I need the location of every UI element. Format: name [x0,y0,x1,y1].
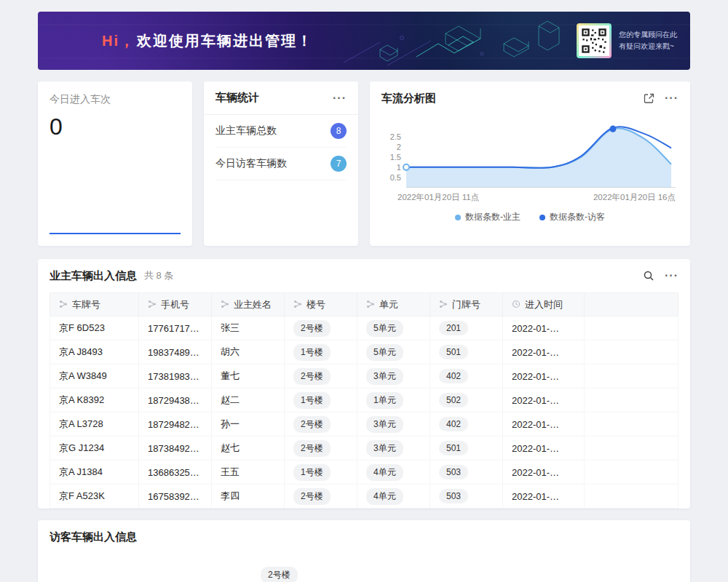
table-row[interactable]: 京F 6D52317761717…张三2号楼5单元2012022-01-… [50,316,678,340]
legend-label: 数据条数-业主 [465,211,521,223]
column-header[interactable]: 进入时间 [503,293,585,316]
table-cell: 4单元 [357,485,430,509]
table-cell: 1号楼 [285,340,357,364]
column-header[interactable]: 门牌号 [430,293,503,316]
stats-row: 业主车辆总数8 [215,115,347,148]
tag: 503 [439,489,468,503]
table-cell: 2022-01-… [503,461,585,485]
tag: 402 [439,369,468,383]
table-cell: 18729438… [139,388,212,412]
column-header-label: 楼号 [306,299,325,310]
banner-consultant-area: 您的专属顾问在此 有疑问欢迎来戳~ [577,23,677,58]
table-cell: 李四 [212,485,285,509]
column-header[interactable]: 手机号 [139,293,212,316]
table-cell: 2022-01-… [503,340,585,364]
table-cell: 1单元 [357,388,430,412]
tag: 2号楼 [293,488,331,505]
count-badge: 7 [331,156,347,172]
legend-item[interactable]: 数据条数-访客 [539,211,605,223]
tag: 1号楼 [293,392,331,409]
table-cell: 2号楼 [285,412,357,436]
dashboard-page: Hi，欢迎使用车辆进出管理！ [0,0,728,582]
table-row[interactable]: 京A W384917381983…董七2号楼3单元4022022-01-… [50,364,678,388]
table-row[interactable]: 京F A523K16758392…李四2号楼4单元5032022-01-… [50,485,678,509]
table-cell [585,316,678,340]
table-cell [585,461,678,485]
traffic-chart-title: 车流分析图 [381,92,436,105]
table-cell: 孙一 [212,412,285,436]
table-row[interactable]: 京A J138413686325…王五1号楼4单元5032022-01-… [50,461,678,485]
table-cell: 1号楼 [285,461,357,485]
table-cell: 京G J1234 [50,436,139,461]
svg-text:1.5: 1.5 [390,153,401,162]
more-icon[interactable]: ··· [665,92,678,104]
table-cell: 京A K8392 [50,388,139,412]
table-cell: 2号楼 [285,316,357,340]
traffic-chart-card: 车流分析图 ··· 0.511.522.52022年01月20日 11点2022… [370,81,690,246]
table-cell: 18729482… [139,412,212,436]
tag: 1单元 [366,392,403,409]
tag: 4单元 [366,488,403,505]
table-cell: 张三 [212,316,285,340]
svg-text:2: 2 [397,143,401,151]
tag: 501 [439,441,468,455]
banner-title: Hi，欢迎使用车辆进出管理！ [102,31,313,51]
more-icon[interactable]: ··· [333,92,347,104]
svg-text:0.5: 0.5 [390,173,401,182]
traffic-chart-header: 车流分析图 ··· [370,81,690,115]
svg-text:1: 1 [397,163,401,172]
search-icon[interactable] [643,270,654,282]
tag: 1号楼 [293,464,331,481]
tag: 2号楼 [261,567,298,582]
table-cell: 3单元 [357,436,430,461]
qr-caption-line2: 有疑问欢迎来戳~ [619,41,677,52]
more-icon[interactable]: ··· [665,270,678,282]
table-cell: 2号楼 [285,364,357,388]
column-header-label: 业主姓名 [234,299,272,310]
table-row[interactable]: 京G J123418738492…赵七2号楼3单元5012022-01-… [50,436,678,461]
table-cell: 201 [430,316,503,340]
table-cell [585,436,678,461]
column-header-label: 进入时间 [525,299,563,310]
table-cell: 京A J1384 [50,461,139,485]
table-cell: 2022-01-… [503,412,585,436]
vehicle-stats-header: 车辆统计 ··· [204,81,358,115]
visitor-table-title: 访客车辆出入信息 [50,530,137,544]
column-header-label: 单元 [379,299,398,310]
table-cell: 赵七 [212,436,285,461]
table-cell [585,412,678,436]
legend-dot [539,215,545,220]
table-cell: 京F 6D523 [50,316,139,340]
table-cell: 13686325… [139,461,212,485]
column-header[interactable]: 车牌号 [50,293,139,316]
table-cell: 18738492… [139,436,212,461]
table-cell [585,340,678,364]
column-header[interactable]: 楼号 [285,293,357,316]
stats-row: 今日访客车辆数7 [215,148,347,180]
table-cell: 2022-01-… [503,485,585,509]
export-icon[interactable] [644,93,654,104]
chart-legend: 数据条数-业主数据条数-访客 [370,211,690,223]
table-row[interactable]: 京A L372818729482…孙一2号楼3单元4022022-01-… [50,412,678,436]
table-cell: 赵二 [212,388,285,412]
tag: 2号楼 [293,368,331,385]
column-header[interactable]: 业主姓名 [212,293,285,316]
table-cell: 胡六 [212,340,285,364]
table-cell: 2022-01-… [503,436,585,461]
column-header-label: 车牌号 [72,299,100,310]
column-header [585,293,678,316]
table-cell: 402 [430,412,503,436]
table-cell: 3单元 [357,364,430,388]
table-row[interactable]: 京A J849319837489…胡六1号楼5单元5012022-01-… [50,340,678,364]
qr-caption-line1: 您的专属顾问在此 [619,29,677,41]
table-row[interactable]: 京A K839218729438…赵二1号楼1单元5022022-01-… [50,388,678,412]
table-cell: 京A J8493 [50,340,139,364]
today-entries-sparkline [50,233,181,234]
legend-item[interactable]: 数据条数-业主 [455,211,521,223]
table-cell: 京F A523K [50,485,139,509]
table-cell: 5单元 [357,316,430,340]
column-header[interactable]: 单元 [357,293,430,316]
svg-text:2.5: 2.5 [390,132,401,141]
tag: 3单元 [366,416,403,433]
tag: 2号楼 [293,440,331,457]
